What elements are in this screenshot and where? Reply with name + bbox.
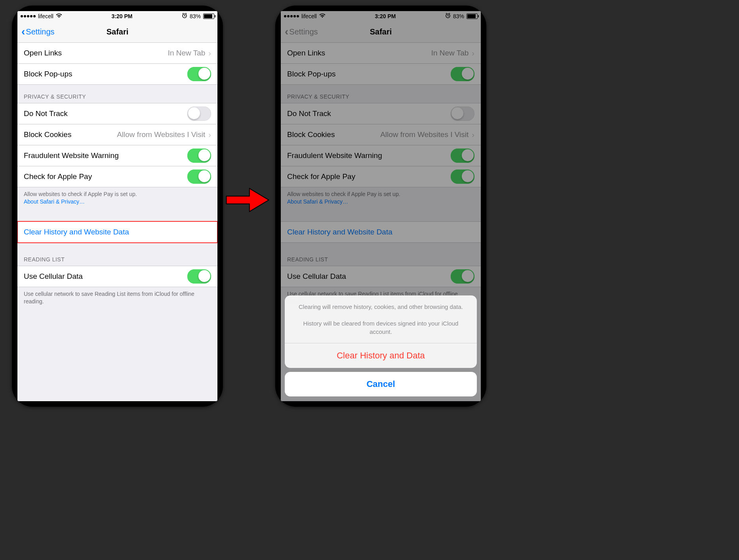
apple-pay-label: Check for Apple Pay	[24, 172, 92, 181]
cellular-toggle[interactable]	[187, 269, 211, 284]
block-cookies-value: Allow from Websites I Visit	[117, 130, 205, 139]
clear-history-label: Clear History and Website Data	[24, 228, 129, 236]
block-cookies-cell[interactable]: Block Cookies Allow from Websites I Visi…	[17, 124, 217, 145]
cellular-cell: Use Cellular Data	[17, 266, 217, 287]
chevron-right-icon: ›	[208, 49, 211, 58]
do-not-track-label: Do Not Track	[24, 109, 68, 118]
screen: lifecell 3:20 PM 83% ‹ Settings Safari	[281, 11, 481, 401]
carrier-label: lifecell	[38, 13, 53, 19]
nav-bar: ‹ Settings Safari	[17, 21, 217, 43]
phone-before: lifecell 3:20 PM 83% ‹ Settings Safari	[12, 6, 223, 407]
chevron-left-icon: ‹	[21, 26, 25, 37]
do-not-track-cell: Do Not Track	[17, 103, 217, 124]
back-label: Settings	[26, 27, 54, 36]
phone-after: lifecell 3:20 PM 83% ‹ Settings Safari	[275, 6, 486, 407]
signal-dots-icon	[21, 15, 36, 17]
cancel-button[interactable]: Cancel	[285, 372, 477, 396]
block-popups-label: Block Pop-ups	[24, 70, 72, 78]
page-title: Safari	[107, 27, 129, 36]
about-privacy-link[interactable]: About Safari & Privacy…	[24, 198, 85, 205]
alarm-icon	[182, 13, 187, 19]
privacy-footer: Allow websites to check if Apple Pay is …	[17, 187, 217, 210]
do-not-track-toggle[interactable]	[187, 107, 211, 121]
sheet-message: Clearing will remove history, cookies, a…	[285, 295, 477, 343]
svg-marker-1	[227, 189, 269, 211]
open-links-cell[interactable]: Open Links In New Tab ›	[17, 43, 217, 64]
status-time: 3:20 PM	[111, 13, 132, 19]
block-popups-cell: Block Pop-ups	[17, 64, 217, 85]
apple-pay-cell: Check for Apple Pay	[17, 166, 217, 187]
back-button[interactable]: ‹ Settings	[21, 26, 55, 37]
sheet-message-1: Clearing will remove history, cookies, a…	[299, 303, 463, 310]
status-bar: lifecell 3:20 PM 83%	[17, 11, 217, 21]
block-cookies-label: Block Cookies	[24, 130, 71, 139]
fraud-warning-cell: Fraudulent Website Warning	[17, 145, 217, 166]
open-links-label: Open Links	[24, 49, 62, 57]
privacy-header: PRIVACY & SECURITY	[17, 85, 217, 103]
open-links-value: In New Tab	[168, 49, 206, 57]
reading-header: READING LIST	[17, 243, 217, 266]
apple-pay-toggle[interactable]	[187, 170, 211, 184]
clear-history-cell[interactable]: Clear History and Website Data	[17, 221, 217, 243]
fraud-warning-toggle[interactable]	[187, 149, 211, 163]
action-sheet: Clearing will remove history, cookies, a…	[285, 295, 477, 396]
chevron-right-icon: ›	[208, 130, 211, 139]
battery-icon	[203, 13, 214, 19]
transition-arrow-icon	[226, 186, 269, 214]
reading-footer: Use cellular network to save Reading Lis…	[17, 287, 217, 310]
block-popups-toggle[interactable]	[187, 67, 211, 81]
privacy-footer-text: Allow websites to check if Apple Pay is …	[24, 191, 137, 197]
clear-history-confirm-button[interactable]: Clear History and Data	[285, 343, 477, 368]
wifi-icon	[56, 13, 62, 19]
fraud-warning-label: Fraudulent Website Warning	[24, 151, 119, 160]
sheet-message-2: History will be cleared from devices sig…	[303, 320, 459, 335]
action-sheet-body: Clearing will remove history, cookies, a…	[285, 295, 477, 368]
battery-pct: 83%	[190, 13, 201, 19]
cellular-label: Use Cellular Data	[24, 272, 83, 281]
screen: lifecell 3:20 PM 83% ‹ Settings Safari	[17, 11, 217, 401]
